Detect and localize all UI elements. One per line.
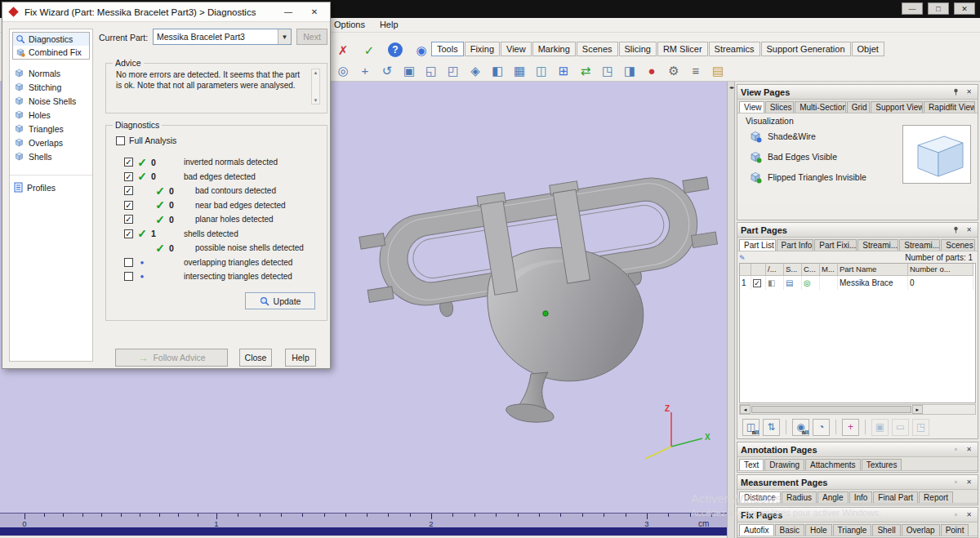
checkbox-icon[interactable]: ✓	[124, 172, 133, 181]
checkbox-icon[interactable]: ✓	[753, 279, 761, 287]
checkbox-icon[interactable]	[124, 272, 133, 281]
dialog-close-button[interactable]: ✕	[305, 6, 323, 19]
measurement-tab-report[interactable]: Report	[919, 491, 953, 503]
view-option-flipped-triangles-invisible[interactable]: Flipped Triangles Invisible	[749, 171, 866, 184]
wireframe-view-icon[interactable]: ▦	[510, 61, 529, 79]
fix-tab-point[interactable]: Point	[941, 524, 969, 536]
column-header[interactable]	[751, 264, 766, 276]
part-list-table[interactable]: /...S...C...M...Part NameNumber o...1✓◧▤…	[739, 263, 976, 403]
annotation-tab-textures[interactable]: Textures	[862, 459, 902, 470]
panel-splitter[interactable]: ◂▸	[727, 82, 735, 538]
checkbox-icon[interactable]: ✓	[124, 229, 133, 238]
checkbox-icon[interactable]	[124, 258, 133, 267]
checkbox-icon[interactable]: ✓	[124, 186, 133, 195]
dialog-minimize-button[interactable]: —	[279, 6, 297, 19]
horizontal-scrollbar[interactable]: ◂ ▸	[739, 404, 976, 415]
chevron-down-icon[interactable]: ▼	[278, 29, 291, 44]
wizard-nav-normals[interactable]: Normals	[10, 66, 92, 80]
checkbox-icon[interactable]: ✓	[124, 158, 133, 167]
scrollbar-thumb[interactable]	[751, 406, 911, 413]
fix-tab-overlap[interactable]: Overlap	[902, 524, 940, 536]
table-row[interactable]: 1✓◧▤◎Messika Brace0	[740, 276, 975, 290]
zoom-window-icon[interactable]: ◎	[333, 61, 353, 79]
view-tab-multi-section[interactable]: Multi-Section	[795, 101, 846, 113]
wizard-nav-shells[interactable]: Shells	[10, 149, 92, 163]
advice-scrollbar[interactable]: ▲▼	[311, 69, 320, 104]
wizard-nav-diagnostics[interactable]: Diagnostics	[13, 33, 89, 46]
column-header[interactable]: C...	[802, 264, 820, 276]
close-button[interactable]: Close	[239, 349, 272, 367]
float-icon[interactable]: ▫	[951, 477, 961, 487]
settings-gears-icon[interactable]: ⚙	[664, 61, 684, 79]
wizard-nav-profiles[interactable]: Profiles	[10, 180, 92, 194]
select-all-parts-button[interactable]: ◫all	[742, 419, 760, 436]
column-header[interactable]: Part Name	[838, 264, 908, 276]
fix-tab-shell[interactable]: Shell	[872, 524, 900, 536]
view-tab-slices[interactable]: Slices	[765, 101, 794, 113]
annotation-tab-text[interactable]: Text	[739, 459, 764, 470]
delete-icon[interactable]: ✗	[333, 41, 353, 59]
support-box-icon[interactable]: ▤	[708, 61, 728, 79]
follow-advice-button[interactable]: → Follow Advice	[115, 349, 228, 367]
ribbon-tab-slicing[interactable]: Slicing	[619, 42, 657, 56]
annotation-tab-drawing[interactable]: Drawing	[764, 459, 804, 470]
wizard-nav-holes[interactable]: Holes	[10, 108, 92, 122]
pin-icon[interactable]	[951, 225, 961, 235]
fix-tab-basic[interactable]: Basic	[775, 524, 804, 536]
measurement-tab-radius[interactable]: Radius	[782, 491, 817, 503]
build-indicator-icon[interactable]: ●	[642, 61, 662, 79]
scroll-right-icon[interactable]: ▸	[912, 405, 923, 414]
view-tab-grid[interactable]: Grid	[847, 101, 871, 113]
wizard-nav-stitching[interactable]: Stitching	[10, 80, 92, 94]
fix-tab-autofix[interactable]: Autofix	[739, 524, 774, 536]
float-icon[interactable]: ▫	[951, 509, 961, 520]
annotation-tab-attachments[interactable]: Attachments	[805, 459, 861, 470]
streamics-upload-button[interactable]: +	[842, 419, 859, 436]
ribbon-tab-tools[interactable]: Tools	[431, 42, 464, 56]
top-view-icon[interactable]: ◰	[443, 61, 463, 79]
confirm-icon[interactable]: ✓	[359, 41, 379, 59]
part-tab-streami[interactable]: Streami...	[858, 239, 898, 251]
close-icon[interactable]: ✕	[964, 509, 974, 520]
fit-view-icon[interactable]: ▣	[399, 61, 419, 79]
current-part-dropdown[interactable]: Messika Bracelet Part3 ▼	[153, 29, 292, 45]
column-header[interactable]	[740, 264, 751, 276]
marked-area-icon[interactable]: ⊞	[554, 61, 573, 79]
dialog-title-bar[interactable]: Fix Wizard (Part: Messika Bracelet Part3…	[2, 2, 330, 22]
streamics-lines-icon[interactable]: ≡	[686, 61, 706, 79]
measurement-tab-final-part[interactable]: Final Part	[873, 491, 918, 503]
float-icon[interactable]: ▫	[951, 444, 961, 455]
part-tab-part-fixi[interactable]: Part Fixi...	[814, 239, 857, 251]
close-icon[interactable]: ✕	[964, 225, 974, 235]
ribbon-tab-marking[interactable]: Marking	[532, 42, 576, 56]
ribbon-tab-scenes[interactable]: Scenes	[577, 42, 618, 56]
help-button[interactable]: Help	[285, 349, 316, 367]
view-tab-support-view[interactable]: Support View	[871, 101, 923, 113]
close-button[interactable]: ✕	[954, 2, 975, 15]
ribbon-tab-objet[interactable]: Objet	[852, 42, 884, 56]
section-view-icon[interactable]: ◫	[532, 61, 551, 79]
full-analysis-checkbox[interactable]: Full Analysis	[116, 136, 176, 145]
zoom-all-parts-button[interactable]: ◉all	[792, 419, 809, 436]
wizard-nav-triangles[interactable]: Triangles	[10, 122, 92, 136]
export-platform-icon[interactable]: ◳	[598, 61, 617, 79]
wizard-nav-combined-fix[interactable]: Combined Fix	[13, 46, 89, 59]
minimize-button[interactable]: —	[902, 2, 923, 15]
search-parts-icon[interactable]: ◉	[412, 41, 431, 59]
column-header[interactable]: /...	[766, 264, 784, 276]
row-checkbox[interactable]: ✓	[751, 276, 766, 290]
align-parts-icon[interactable]: ⇄	[576, 61, 595, 79]
view-tab-rapidfit-view[interactable]: Rapidfit View	[924, 101, 975, 113]
next-button[interactable]: Next	[296, 29, 327, 45]
ribbon-tab-streamics[interactable]: Streamics	[709, 42, 760, 56]
ribbon-tab-rm-slicer[interactable]: RM Slicer	[657, 42, 708, 56]
part-tab-streami[interactable]: Streami...	[899, 239, 940, 251]
edit-list-icon[interactable]: ✎	[739, 254, 746, 262]
ribbon-tab-support-generation[interactable]: Support Generation	[761, 42, 851, 56]
checkbox-icon[interactable]: ✓	[124, 201, 133, 210]
wizard-nav-overlaps[interactable]: Overlaps	[10, 136, 92, 149]
shaded-view-icon[interactable]: ◧	[488, 61, 507, 79]
view-option-shade-wire[interactable]: Shade&Wire	[749, 130, 866, 143]
invert-selection-button[interactable]: ⇅	[763, 419, 780, 436]
part-name-cell[interactable]: Messika Brace	[838, 276, 908, 290]
